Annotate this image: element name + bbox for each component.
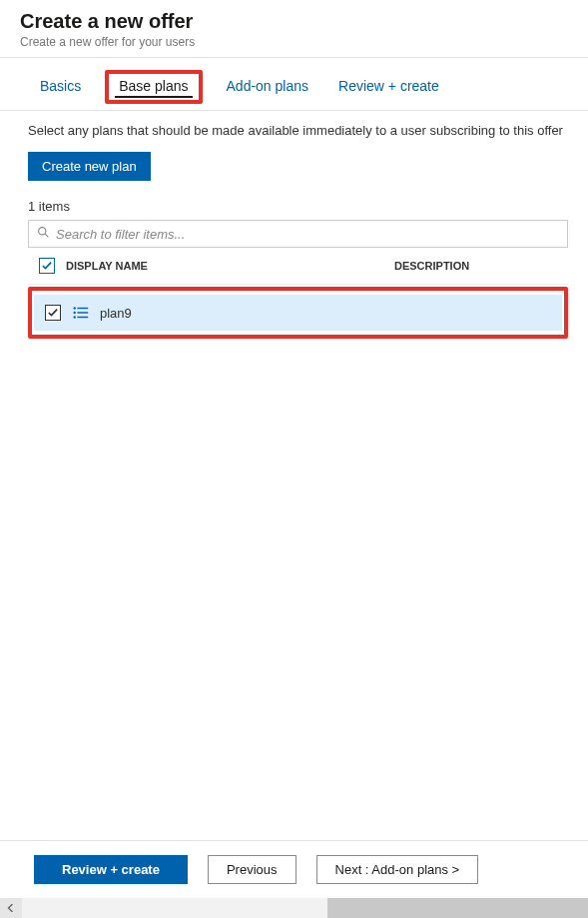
check-icon [42,261,52,271]
tab-label: Add-on plans [227,78,309,94]
item-count-label: 1 items [28,199,568,214]
tab-underline [115,96,192,98]
search-icon [37,226,50,242]
column-description[interactable]: DESCRIPTION [394,260,564,272]
svg-point-2 [74,307,76,309]
scroll-left-arrow[interactable] [0,898,22,918]
chevron-left-icon [7,904,15,912]
search-input[interactable] [56,227,559,242]
review-create-button[interactable]: Review + create [34,855,188,884]
svg-rect-5 [77,312,88,313]
content-description: Select any plans that should be made ava… [28,123,568,138]
tab-label: Base plans [119,78,188,94]
scroll-track[interactable] [22,898,588,918]
tab-review-create[interactable]: Review + create [332,74,445,110]
select-all-checkbox[interactable] [39,258,55,274]
tab-add-on-plans[interactable]: Add-on plans [221,74,315,110]
tab-label: Review + create [338,78,439,94]
footer: Review + create Previous Next : Add-on p… [0,840,588,898]
previous-button[interactable]: Previous [208,855,296,884]
svg-point-0 [39,228,46,235]
create-new-plan-button[interactable]: Create new plan [28,152,151,181]
tab-base-plans[interactable]: Base plans [105,70,202,104]
scroll-thumb[interactable] [327,898,588,918]
row-display-name: plan9 [94,306,388,321]
plan-icon [68,305,94,321]
highlighted-row-frame: plan9 [28,287,568,339]
svg-rect-3 [77,308,88,309]
tab-label: Basics [40,78,81,94]
horizontal-scrollbar[interactable] [0,898,588,918]
next-button[interactable]: Next : Add-on plans > [316,855,479,884]
check-icon [48,308,58,318]
svg-point-4 [74,312,76,314]
svg-rect-7 [77,317,88,318]
page-title: Create a new offer [20,10,568,33]
tab-basics[interactable]: Basics [34,74,87,110]
page-subtitle: Create a new offer for your users [20,35,568,49]
table-header: DISPLAY NAME DESCRIPTION [28,248,568,285]
svg-line-1 [45,234,48,237]
row-checkbox[interactable] [45,305,61,321]
tabs: Basics Base plans Add-on plans Review + … [0,58,588,111]
column-display-name[interactable]: DISPLAY NAME [62,260,394,272]
content-area: Select any plans that should be made ava… [0,111,588,840]
svg-point-6 [74,316,76,318]
table-row[interactable]: plan9 [34,295,562,331]
search-box[interactable] [28,220,568,248]
